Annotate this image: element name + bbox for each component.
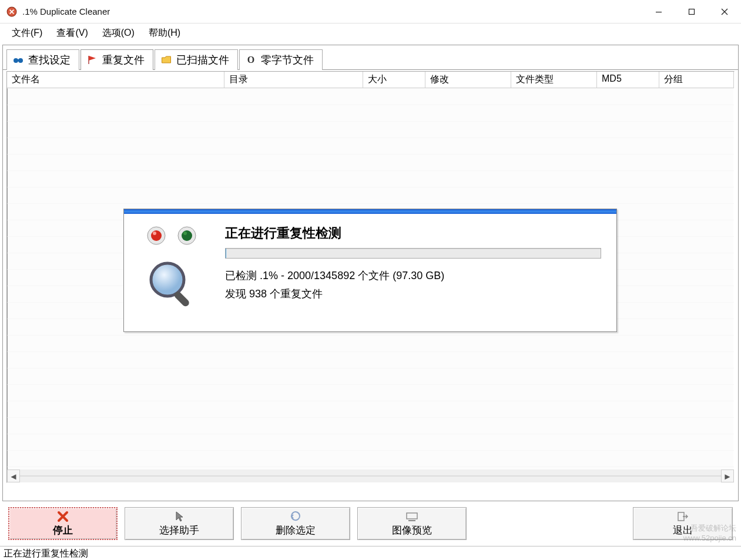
scan-sep: - <box>278 270 287 281</box>
progress-dialog: 正在进行重复性检测 已检测 .1% - 2000/1345892 个文件 (97… <box>123 209 617 332</box>
dialog-text: 已检测 .1% - 2000/1345892 个文件 (97.30 GB) 发现… <box>225 267 602 303</box>
window-title: .1% Duplicate Cleaner <box>22 6 110 16</box>
svg-point-10 <box>182 230 192 241</box>
cursor-icon <box>175 511 184 522</box>
found-suffix: 个重复文件 <box>267 288 323 300</box>
bottom-toolbar: 停止 选择助手 删除选定 图像预览 退出 <box>0 501 741 546</box>
binoculars-icon <box>13 55 24 65</box>
col-md5[interactable]: MD5 <box>597 72 659 88</box>
delete-icon <box>290 511 301 522</box>
tab-zero-byte-files[interactable]: O 零字节文件 <box>239 49 323 70</box>
button-label: 删除选定 <box>276 524 316 537</box>
flag-icon <box>87 55 98 65</box>
found-count: 938 <box>249 288 267 300</box>
scroll-track[interactable] <box>20 475 721 477</box>
col-group[interactable]: 分组 <box>659 72 734 88</box>
tab-label: 零字节文件 <box>261 53 314 67</box>
svg-point-7 <box>151 230 162 241</box>
svg-point-11 <box>183 232 187 235</box>
svg-rect-13 <box>173 290 191 308</box>
scan-size: (97.30 GB) <box>393 270 444 281</box>
svg-rect-2 <box>689 9 695 14</box>
svg-rect-1 <box>656 12 662 12</box>
menu-file[interactable]: 文件(F) <box>5 25 49 42</box>
tab-label: 查找设定 <box>28 53 71 67</box>
tab-label: 已扫描文件 <box>176 53 229 67</box>
results-panel: 文件名 目录 大小 修改 文件类型 MD5 分组 <box>6 71 735 483</box>
horizontal-scrollbar[interactable]: ◄ ► <box>7 470 734 482</box>
menu-bar: 文件(F) 查看(V) 选项(O) 帮助(H) <box>0 24 741 42</box>
table-body: 正在进行重复性检测 已检测 .1% - 2000/1345892 个文件 (97… <box>7 88 734 470</box>
svg-rect-14 <box>407 513 417 519</box>
scan-files-label: 个文件 <box>355 270 393 281</box>
col-modified[interactable]: 修改 <box>425 72 511 88</box>
led-green-icon <box>177 226 197 246</box>
folder-icon <box>161 55 172 65</box>
select-helper-button[interactable]: 选择助手 <box>125 507 234 540</box>
delete-selected-button[interactable]: 删除选定 <box>241 507 350 540</box>
tab-scanned-files[interactable]: 已扫描文件 <box>155 49 238 70</box>
button-label: 停止 <box>53 524 73 537</box>
title-bar: .1% Duplicate Cleaner <box>0 0 741 24</box>
stop-icon <box>57 511 69 522</box>
app-icon <box>6 6 18 18</box>
svg-rect-15 <box>408 520 415 521</box>
exit-icon <box>677 511 689 522</box>
led-red-icon <box>146 226 166 246</box>
tab-duplicate-files[interactable]: 重复文件 <box>81 49 153 70</box>
maximize-button[interactable] <box>675 0 708 23</box>
tab-bar: 查找设定 重复文件 已扫描文件 O 零字节文件 <box>3 45 738 70</box>
button-label: 退出 <box>673 524 693 537</box>
found-prefix: 发现 <box>225 288 249 300</box>
window-controls <box>642 0 741 23</box>
tab-label: 重复文件 <box>102 53 145 67</box>
image-preview-button[interactable]: 图像预览 <box>357 507 467 540</box>
exit-button[interactable]: 退出 <box>633 507 733 540</box>
button-label: 图像预览 <box>392 524 432 537</box>
col-directory[interactable]: 目录 <box>224 72 363 88</box>
stop-button[interactable]: 停止 <box>8 507 118 540</box>
table-header: 文件名 目录 大小 修改 文件类型 MD5 分组 <box>7 72 734 88</box>
progress-fill <box>226 249 226 258</box>
scan-progress: 2000/1345892 <box>287 270 355 281</box>
menu-options[interactable]: 选项(O) <box>95 25 142 42</box>
magnifier-icon <box>145 257 198 312</box>
scan-percent: .1% <box>260 270 278 281</box>
status-bar: 正在进行重复性检测 <box>0 546 741 560</box>
dialog-titlebar[interactable] <box>124 209 616 214</box>
col-size[interactable]: 大小 <box>363 72 425 88</box>
zero-icon: O <box>246 55 256 65</box>
button-label: 选择助手 <box>159 524 199 537</box>
status-text: 正在进行重复性检测 <box>4 548 88 558</box>
dialog-heading: 正在进行重复性检测 <box>225 224 602 242</box>
close-button[interactable] <box>708 0 741 23</box>
minimize-button[interactable] <box>642 0 675 23</box>
scan-prefix: 已检测 <box>225 270 260 281</box>
svg-point-12 <box>151 263 184 296</box>
col-filename[interactable]: 文件名 <box>7 72 224 88</box>
scroll-left-button[interactable]: ◄ <box>7 470 20 482</box>
preview-icon <box>405 511 418 522</box>
menu-help[interactable]: 帮助(H) <box>142 25 187 42</box>
svg-rect-5 <box>18 59 19 61</box>
svg-point-8 <box>153 232 156 235</box>
tab-search-settings[interactable]: 查找设定 <box>6 49 79 70</box>
scroll-right-button[interactable]: ► <box>721 470 734 482</box>
menu-view[interactable]: 查看(V) <box>49 25 95 42</box>
progress-bar <box>225 248 601 259</box>
col-filetype[interactable]: 文件类型 <box>511 72 597 88</box>
